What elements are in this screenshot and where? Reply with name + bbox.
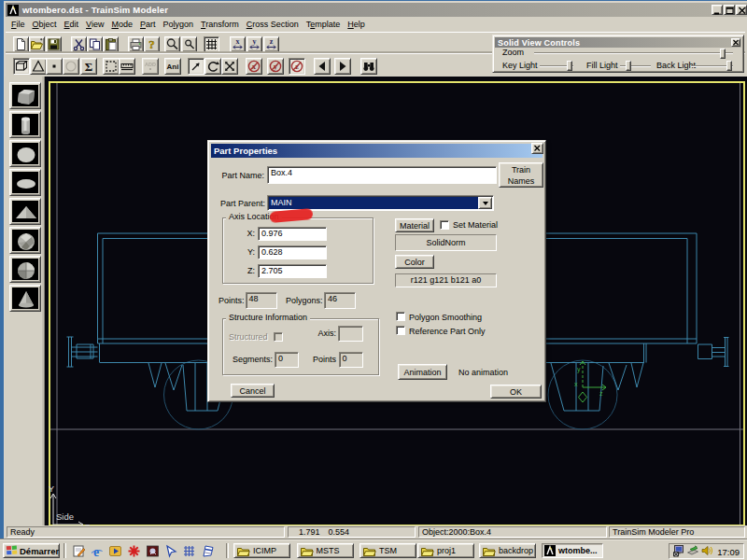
wedge-shape-button[interactable]	[9, 198, 41, 225]
print-button[interactable]	[128, 36, 144, 52]
dialog-close-icon[interactable]	[531, 143, 543, 154]
ql-ie-icon[interactable]: e	[90, 544, 105, 558]
train-names-button[interactable]: TrainNames	[499, 162, 543, 188]
palette-close-icon[interactable]	[731, 38, 740, 47]
select-tool-button[interactable]	[103, 58, 120, 75]
next-part-button[interactable]	[334, 58, 351, 75]
polygon-smoothing-checkbox[interactable]	[396, 312, 405, 321]
save-button[interactable]	[46, 36, 62, 52]
ql-page-pen-icon[interactable]	[71, 544, 86, 558]
lock-z-button[interactable]: z	[289, 58, 305, 75]
cut-button[interactable]	[71, 36, 87, 52]
svg-text:x: x	[236, 37, 240, 46]
x-axis-button[interactable]: x	[230, 36, 246, 52]
maximize-button[interactable]	[724, 5, 735, 15]
rotate-tool-button[interactable]	[204, 58, 221, 75]
cancel-button[interactable]: Cancel	[231, 384, 275, 398]
move-tool-button[interactable]	[188, 58, 204, 75]
zoom-out-button[interactable]	[181, 36, 197, 52]
point-tool-button[interactable]	[46, 58, 63, 75]
copy-button[interactable]	[87, 36, 103, 52]
material-button[interactable]: Material	[395, 218, 434, 232]
hemisphere-shape-button[interactable]	[9, 256, 41, 283]
ellipsoid-shape-button[interactable]	[9, 169, 41, 196]
ql-grid-icon[interactable]	[182, 544, 197, 558]
palette-title-bar[interactable]: Solid View Controls	[495, 37, 741, 48]
z-axis-button[interactable]: z	[263, 36, 279, 52]
scanner-icon[interactable]	[686, 544, 699, 557]
lock-x-button[interactable]: x	[246, 58, 262, 75]
back-light-slider-thumb[interactable]	[726, 61, 732, 71]
zoom-in-button[interactable]	[164, 36, 180, 52]
y-input[interactable]: 0.628	[258, 245, 327, 259]
paste-button[interactable]	[103, 36, 119, 52]
ok-button[interactable]: OK	[490, 385, 542, 399]
menu-transform[interactable]: Transform	[197, 19, 243, 30]
task-tsm-button[interactable]: TSM	[359, 543, 416, 558]
find-button[interactable]	[360, 58, 377, 75]
animation-button[interactable]: Animation	[398, 364, 447, 380]
minimize-button[interactable]	[712, 5, 723, 15]
start-button[interactable]: Démarrer	[3, 543, 60, 558]
task-icimp-button[interactable]: ICIMP	[233, 543, 290, 558]
new-button[interactable]	[13, 36, 29, 52]
ql-cursor-icon[interactable]	[163, 544, 178, 558]
ql-flag-icon[interactable]	[201, 544, 216, 558]
menu-template[interactable]: Template	[303, 19, 345, 30]
ql-media-icon[interactable]	[108, 544, 123, 558]
combo-dropdown-icon[interactable]	[478, 197, 492, 209]
menu-edit[interactable]: Edit	[61, 19, 83, 30]
zoom-slider-thumb[interactable]	[720, 49, 726, 59]
task-msts-button[interactable]: MSTS	[297, 543, 354, 558]
reference-part-checkbox[interactable]	[396, 326, 405, 335]
lock-y-button[interactable]: y	[267, 58, 284, 75]
taskbar-separator	[226, 543, 229, 558]
task-wtombe--button[interactable]: wtombe...	[542, 543, 603, 558]
fill-light-slider-track[interactable]	[620, 65, 651, 67]
x-input[interactable]: 0.976	[258, 227, 327, 241]
close-button[interactable]	[736, 5, 747, 15]
ql-red-star-icon[interactable]	[126, 544, 141, 558]
task-proj1-button[interactable]: proj1	[417, 543, 474, 558]
cone-shape-button[interactable]	[9, 285, 41, 312]
animation-tool-button[interactable]: Ani	[164, 58, 181, 75]
prev-part-button[interactable]	[314, 58, 331, 75]
color-button[interactable]: Color	[395, 255, 434, 269]
help-button[interactable]: ?	[144, 36, 160, 52]
geosphere-shape-button[interactable]	[9, 227, 41, 254]
box-tool-button[interactable]	[13, 58, 30, 75]
menu-part[interactable]: Part	[136, 19, 160, 30]
zoom-slider-track[interactable]	[534, 52, 733, 54]
fill-light-slider-thumb[interactable]	[626, 61, 631, 71]
display-icon[interactable]	[672, 544, 685, 557]
polygon-tool-button[interactable]	[30, 58, 47, 75]
z-input[interactable]: 2.705	[258, 264, 327, 278]
menu-file[interactable]: File	[7, 19, 29, 30]
back-light-label: Back Light	[656, 61, 696, 70]
dialog-title-bar[interactable]: Part Properties	[211, 144, 543, 158]
grid-button[interactable]	[204, 36, 219, 52]
menu-cross-section[interactable]: Cross Section	[243, 19, 303, 30]
menu-view[interactable]: View	[82, 19, 107, 30]
sphere-shape-button[interactable]	[9, 140, 41, 167]
key-light-slider-thumb[interactable]	[567, 61, 572, 71]
ql-photo-icon[interactable]	[145, 544, 160, 558]
title-bar[interactable]: wtombero.dst - TrainSim Modeler	[6, 3, 747, 17]
set-material-checkbox[interactable]	[440, 220, 449, 230]
ruler-tool-button[interactable]	[119, 58, 135, 75]
volume-icon[interactable]	[700, 544, 713, 557]
menu-mode[interactable]: Mode	[107, 19, 136, 30]
menu-polygon[interactable]: Polygon	[160, 19, 198, 30]
circle-tool-button[interactable]	[63, 58, 79, 75]
add-tool-button[interactable]: ADD	[142, 58, 159, 75]
part-name-input[interactable]: Box.4	[267, 166, 497, 184]
y-axis-button[interactable]: y	[247, 36, 262, 52]
menu-help[interactable]: Help	[344, 19, 369, 30]
box-shape-button[interactable]	[9, 82, 41, 109]
sum-tool-button[interactable]: Σ	[80, 58, 97, 75]
scale-tool-button[interactable]	[221, 58, 238, 75]
task-backdrop-button[interactable]: backdrop	[479, 543, 536, 558]
open-button[interactable]	[29, 36, 45, 52]
cylinder-shape-button[interactable]	[9, 111, 41, 138]
menu-object[interactable]: Object	[29, 19, 61, 30]
